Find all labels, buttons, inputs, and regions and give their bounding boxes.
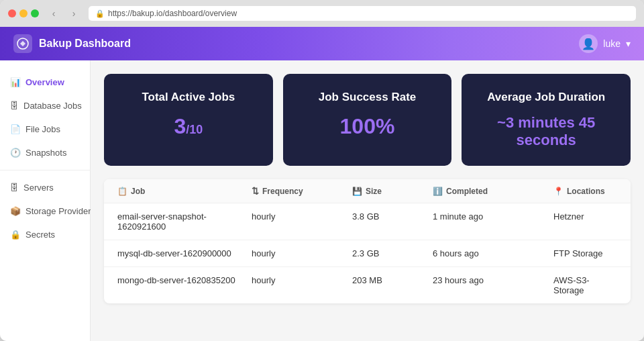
stat-fraction: /10	[186, 123, 203, 136]
row3-locations: AWS-S3-Storage	[553, 275, 617, 295]
topbar: Bakup Dashboard 👤 luke ▾	[0, 27, 644, 60]
snapshots-icon: 🕐	[10, 148, 21, 158]
url-text: https://bakup.io/dashboard/overview	[108, 9, 237, 18]
sidebar-label-storage-providers: Storage Providers	[25, 206, 95, 216]
sidebar-label-secrets: Secrets	[25, 230, 55, 240]
col-header-size: 💾 Size	[352, 186, 433, 196]
sidebar-item-secrets[interactable]: 🔒 Secrets	[0, 223, 90, 246]
stat-value-job-success-rate: 100%	[297, 114, 439, 139]
size-col-icon: 💾	[352, 187, 362, 196]
completed-col-icon: ℹ️	[433, 187, 443, 196]
table-header: 📋 Job ⇅ Frequency 💾 Size ℹ️	[104, 179, 631, 203]
browser-chrome: ‹ › 🔒 https://bakup.io/dashboard/overvie…	[0, 0, 644, 27]
main-layout: 📊 Overview 🗄 Database Jobs 📄 File Jobs 🕐…	[0, 60, 644, 341]
back-button[interactable]: ‹	[46, 5, 62, 21]
table-row: mongo-db-server-1620835200 hourly 203 MB…	[104, 267, 631, 303]
table-row: email-server-snapshot-1620921600 hourly …	[104, 203, 631, 240]
secrets-icon: 🔒	[10, 230, 21, 240]
stat-card-total-active-jobs: Total Active Jobs 3/10	[104, 74, 273, 166]
browser-dots	[8, 9, 39, 17]
row3-job: mongo-db-server-1620835200	[117, 275, 252, 295]
completed-col-label: Completed	[446, 187, 488, 196]
row2-size: 2.3 GB	[352, 248, 433, 258]
col-header-locations: 📍 Locations	[553, 186, 617, 196]
sidebar-divider	[0, 170, 90, 170]
sidebar-item-file-jobs[interactable]: 📄 File Jobs	[0, 117, 90, 141]
maximize-dot[interactable]	[31, 9, 39, 17]
sidebar-label-servers: Servers	[23, 183, 54, 193]
file-icon: 📄	[10, 124, 21, 134]
stat-value-total-active-jobs: 3/10	[117, 114, 260, 139]
sidebar-item-overview[interactable]: 📊 Overview	[0, 70, 90, 94]
col-header-job: 📋 Job	[117, 186, 252, 196]
frequency-col-icon: ⇅	[252, 186, 259, 196]
row1-locations: Hetzner	[553, 211, 617, 232]
stat-title-average-job-duration: Average Job Duration	[475, 91, 617, 104]
row3-completed: 23 hours ago	[433, 275, 553, 295]
forward-button[interactable]: ›	[66, 5, 82, 21]
sidebar-item-storage-providers[interactable]: 📦 Storage Providers	[0, 199, 90, 223]
row1-size: 3.8 GB	[352, 211, 433, 232]
stat-card-job-success-rate: Job Success Rate 100%	[283, 74, 452, 166]
row2-frequency: hourly	[252, 248, 352, 258]
locations-col-icon: 📍	[553, 187, 564, 196]
col-header-completed: ℹ️ Completed	[433, 186, 553, 196]
lock-icon: 🔒	[95, 9, 105, 18]
row3-size: 203 MB	[352, 275, 433, 295]
servers-icon: 🗄	[10, 183, 19, 193]
sidebar-label-database-jobs: Database Jobs	[23, 101, 82, 111]
stats-grid: Total Active Jobs 3/10 Job Success Rate …	[104, 74, 631, 166]
job-col-label: Job	[131, 187, 145, 196]
row1-completed: 1 minute ago	[433, 211, 553, 232]
row1-frequency: hourly	[252, 211, 352, 232]
locations-col-label: Locations	[567, 187, 605, 196]
sidebar-label-snapshots: Snapshots	[25, 148, 66, 158]
storage-icon: 📦	[10, 206, 21, 216]
row3-frequency: hourly	[252, 275, 352, 295]
brand-name: Bakup Dashboard	[39, 38, 131, 50]
sidebar-item-servers[interactable]: 🗄 Servers	[0, 176, 90, 199]
stat-title-total-active-jobs: Total Active Jobs	[117, 91, 260, 104]
app-container: Bakup Dashboard 👤 luke ▾ 📊 Overview 🗄 Da…	[0, 27, 644, 341]
brand: Bakup Dashboard	[13, 34, 131, 53]
browser-nav: ‹ ›	[46, 5, 82, 21]
sidebar-item-database-jobs[interactable]: 🗄 Database Jobs	[0, 94, 90, 117]
stat-value-average-job-duration: ~3 minutes 45 seconds	[475, 114, 617, 149]
col-header-frequency[interactable]: ⇅ Frequency	[252, 186, 352, 196]
minimize-dot[interactable]	[19, 9, 28, 17]
user-name: luke	[603, 38, 621, 49]
stat-title-job-success-rate: Job Success Rate	[297, 91, 439, 104]
row2-job: mysql-db-server-1620900000	[117, 248, 252, 258]
sidebar-label-overview: Overview	[25, 77, 64, 87]
database-icon: 🗄	[10, 101, 19, 111]
sidebar-item-snapshots[interactable]: 🕐 Snapshots	[0, 141, 90, 164]
sidebar: 📊 Overview 🗄 Database Jobs 📄 File Jobs 🕐…	[0, 60, 91, 341]
overview-icon: 📊	[10, 77, 21, 87]
brand-icon	[13, 34, 32, 53]
stat-number: 3	[174, 114, 186, 138]
jobs-table: 📋 Job ⇅ Frequency 💾 Size ℹ️	[104, 179, 631, 303]
row2-completed: 6 hours ago	[433, 248, 553, 258]
job-col-icon: 📋	[117, 187, 127, 196]
user-menu[interactable]: 👤 luke ▾	[579, 34, 631, 53]
row2-locations: FTP Storage	[553, 248, 617, 258]
sidebar-label-file-jobs: File Jobs	[25, 124, 60, 134]
frequency-col-label: Frequency	[262, 187, 303, 196]
row1-job: email-server-snapshot-1620921600	[117, 211, 252, 232]
stat-card-average-job-duration: Average Job Duration ~3 minutes 45 secon…	[462, 74, 631, 166]
address-bar[interactable]: 🔒 https://bakup.io/dashboard/overview	[89, 6, 636, 21]
size-col-label: Size	[366, 187, 382, 196]
close-dot[interactable]	[8, 9, 16, 17]
main-content: Total Active Jobs 3/10 Job Success Rate …	[91, 60, 644, 341]
user-avatar: 👤	[579, 34, 598, 53]
table-row: mysql-db-server-1620900000 hourly 2.3 GB…	[104, 240, 631, 267]
dropdown-icon: ▾	[626, 38, 631, 49]
